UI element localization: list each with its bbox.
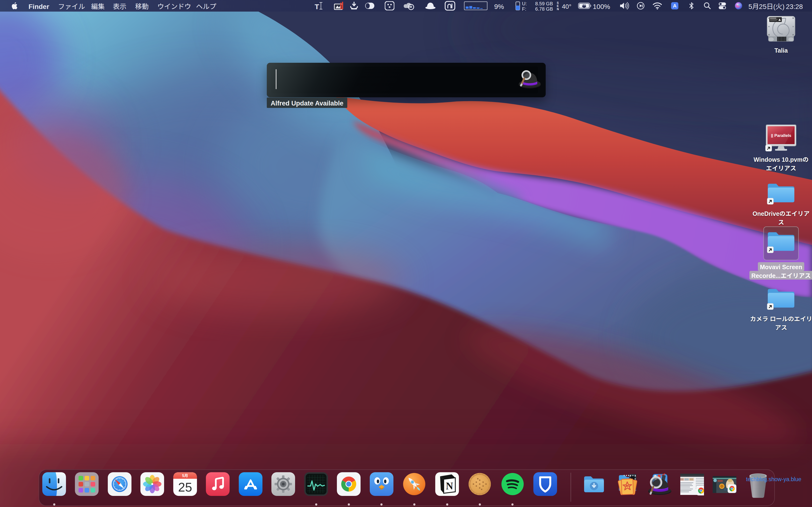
svg-text:25: 25 xyxy=(178,480,192,494)
svg-text:|| Parallels: || Parallels xyxy=(771,132,791,138)
svg-text:A: A xyxy=(673,3,676,8)
svg-text:5月: 5月 xyxy=(182,472,188,478)
svg-text:N: N xyxy=(446,481,453,492)
